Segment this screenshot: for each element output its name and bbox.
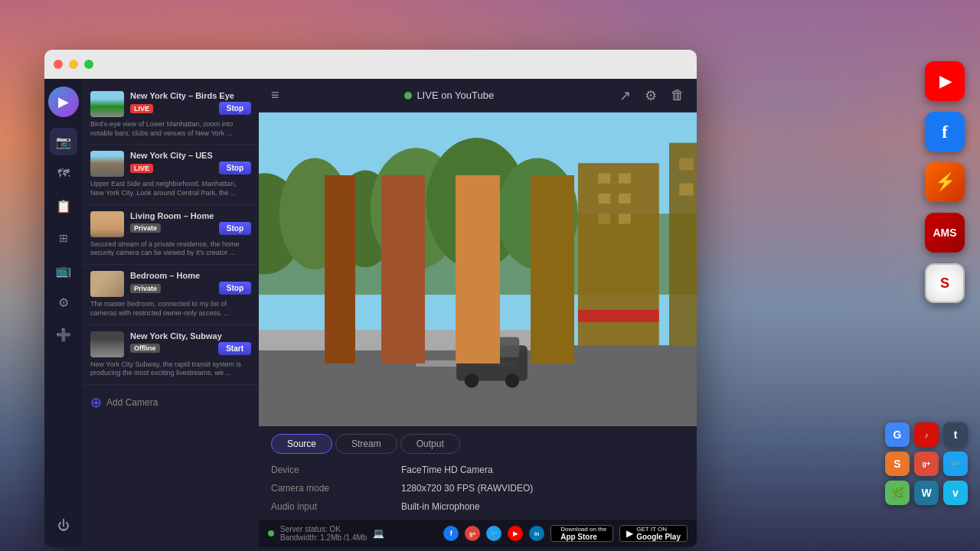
wordpress-icon[interactable]: W [914,481,939,505]
sidebar-icon-power[interactable]: ⏻ [50,512,77,540]
google-play-sublabel: GET IT ON [636,526,681,533]
sidebar-icon-cameras[interactable]: 📷 [50,128,77,155]
title-bar [44,50,697,79]
stop-button-living[interactable]: Stop [219,222,251,235]
youtube-icon-symbol: ▶ [939,72,951,90]
bandwidth-icon: 💻 [373,528,384,539]
camera-item-bedroom[interactable]: Bedroom – Home Private Stop The master b… [83,265,259,324]
video-preview [259,112,697,426]
app-store-sublabel: Download on the [560,526,606,533]
camera-thumb-bedroom [90,271,124,297]
tab-source[interactable]: Source [271,434,332,454]
stop-button-bedroom[interactable]: Stop [219,282,251,295]
svg-rect-16 [679,158,694,171]
googleplus-icon[interactable]: g+ [914,452,939,476]
camera-desc-nyc-birds: Bird's-eye view of Lower Manhattan, zoom… [90,120,251,138]
social-linkedin-button[interactable]: in [529,526,544,541]
settings-icon: ⚙ [645,88,657,103]
app-window: ▶ 📷 🗺 📋 ⊞ 📺 ⚙ ➕ [44,50,697,547]
social-facebook-button[interactable]: f [443,526,459,541]
facebook-desktop-icon[interactable]: f [925,112,965,152]
svg-rect-33 [578,310,659,322]
sidebar-icon-video[interactable]: 📺 [50,256,77,284]
s-icon[interactable]: S [885,452,910,476]
svg-rect-8 [578,163,659,366]
facebook-icon-symbol: f [942,122,948,142]
bandwidth-text: Bandwidth: 1.2Mb /1.4Mb [280,533,367,542]
camera-name-living: Living Room – Home [130,211,251,220]
share-button[interactable]: ↗ [616,84,634,107]
camera-item-living-room[interactable]: Living Room – Home Private Stop Secured … [83,205,259,265]
device-value: FaceTime HD Camera [401,465,684,475]
camera-item-subway[interactable]: New York City, Subway Offline Start New … [83,325,259,385]
close-button[interactable] [54,60,63,69]
social-gplus-button[interactable]: g+ [465,526,480,541]
camera-thumb-living [90,211,124,237]
app-logo[interactable]: ▶ [48,86,79,117]
camera-name-subway: New York City, Subway [130,331,251,341]
add-camera-icon: ⊕ [90,394,102,411]
tab-stream[interactable]: Stream [335,434,397,454]
delete-button[interactable]: 🗑 [668,84,688,107]
add-camera-label: Add Camera [106,397,158,408]
camera-desc-bedroom: The master bedroom, connected to my list… [90,300,251,318]
camera-desc-nyc-ues: Upper East Side and neighborhood, Manhat… [90,180,251,197]
lastfm-icon[interactable]: ♪ [914,422,939,447]
sidebar-icon-plus[interactable]: ➕ [50,321,77,348]
camera-name-nyc-ues: New York City – UES [130,151,251,160]
stop-button-nyc-birds[interactable]: Stop [219,102,251,115]
svg-point-32 [557,297,567,307]
twitter-sm-icon[interactable]: 🐦 [943,452,968,476]
tumblr-icon[interactable]: t [943,422,968,447]
app-body: ▶ 📷 🗺 📋 ⊞ 📺 ⚙ ➕ [44,79,697,547]
status-badge-bedroom: Private [130,284,161,293]
camera-item-nyc-birds[interactable]: New York City – Birds Eye LIVE Stop Bird… [83,85,259,145]
add-camera-button[interactable]: ⊕ Add Camera [83,385,259,420]
camera-thumb-subway [90,331,124,357]
svg-rect-10 [619,173,631,183]
s5-icon-symbol: S [940,276,949,292]
sidebar-icon-settings[interactable]: ⚙ [50,289,77,316]
status-badge-subway: Offline [130,344,160,353]
app-store-badge[interactable]: Download on the App Store [550,525,613,542]
ams-icon-text: AMS [933,227,956,239]
vimeo-icon[interactable]: v [943,481,968,505]
tab-output[interactable]: Output [400,434,460,454]
svg-rect-28 [557,275,566,335]
social-twitter-button[interactable]: 🐦 [486,526,501,541]
sidebar-icon-grid[interactable]: ⊞ [50,224,77,252]
camera-list: New York City – Birds Eye LIVE Stop Bird… [83,79,259,547]
menu-button[interactable]: ≡ [268,84,283,106]
svg-point-2 [259,173,305,274]
sidebar-icon-map[interactable]: 🗺 [50,160,77,187]
device-label: Device [271,465,386,475]
audio-input-value: Built-in Microphone [401,501,684,512]
camera-thumb-nyc-ues [90,151,124,177]
camera-item-nyc-ues[interactable]: New York City – UES LIVE Stop Upper East… [83,145,259,204]
status-badge-nyc-ues: LIVE [130,164,153,173]
server-status-dot [268,530,274,536]
live-status-dot [404,92,412,99]
youtube-desktop-icon[interactable]: ▶ [925,61,965,101]
sidebar-icons: ▶ 📷 🗺 📋 ⊞ 📺 ⚙ ➕ [44,79,83,547]
status-badge-living: Private [130,223,161,233]
stop-button-nyc-ues[interactable]: Stop [219,161,251,174]
s5-desktop-icon[interactable]: S [925,263,965,303]
minimize-button[interactable] [69,60,78,69]
grammarly-icon[interactable]: G [885,422,910,447]
camera-mode-label: Camera mode [271,483,386,494]
leaf-icon[interactable]: 🌿 [885,481,910,505]
ams-desktop-icon[interactable]: AMS [925,213,965,253]
camera-name-bedroom: Bedroom – Home [130,271,251,280]
delete-icon: 🗑 [671,87,684,103]
svg-point-31 [557,285,567,295]
maximize-button[interactable] [84,60,93,69]
settings-button[interactable]: ⚙ [642,84,660,107]
social-youtube-button[interactable]: ▶ [508,526,523,541]
sidebar-icon-list[interactable]: 📋 [50,192,77,220]
google-play-badge[interactable]: ▶ GET IT ON Google Play [619,525,688,542]
thunder-desktop-icon[interactable]: ⚡ [925,162,965,202]
svg-point-6 [426,138,528,269]
start-button-subway[interactable]: Start [218,342,251,355]
server-status-text: Server status: OK [280,525,367,533]
